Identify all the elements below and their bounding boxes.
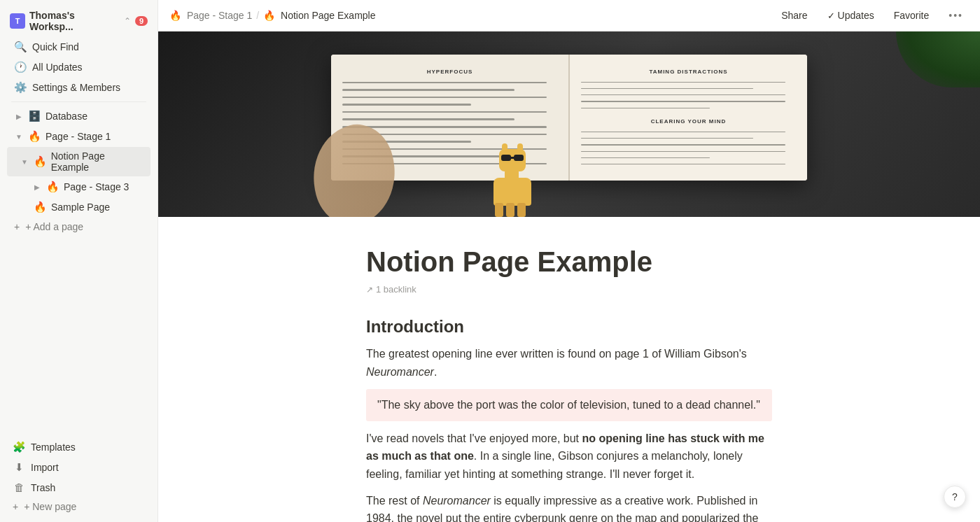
sidebar-item-page-stage-1[interactable]: ▼ 🔥 Page - Stage 1 (7, 127, 150, 146)
breadcrumb-label-2: Notion Page Example (281, 10, 375, 21)
book-text-r8 (581, 144, 785, 145)
page-stage3-emoji: 🔥 (46, 181, 59, 193)
sidebar-item-page-stage-3[interactable]: ▶ 🔥 Page - Stage 3 (7, 177, 150, 197)
sample-page-emoji: 🔥 (34, 201, 47, 213)
main-content: 🔥 Page - Stage 1 / 🔥 Notion Page Example… (158, 0, 980, 522)
new-page-label: + New page (24, 501, 76, 512)
quote-text: "The sky above the port was the color of… (377, 399, 760, 411)
sidebar-item-label: Sample Page (51, 202, 110, 213)
intro-heading: Introduction (366, 317, 772, 337)
sidebar-item-database[interactable]: ▶ 🗄️ Database (7, 106, 150, 126)
sidebar-divider (11, 101, 146, 102)
workspace-row[interactable]: T Thomas's Worksp... ⌃ 9 (4, 6, 153, 36)
llama-mascot (485, 143, 541, 217)
favorite-label: Favorite (894, 10, 930, 21)
cover-book: HYPERFOCUS (331, 55, 807, 181)
cover-background: HYPERFOCUS (158, 31, 980, 217)
sidebar-item-quick-find[interactable]: 🔍 Quick Find (7, 37, 150, 57)
sidebar-item-templates[interactable]: 🧩 Templates (6, 437, 152, 457)
bold-text: no opening line has stuck with me as muc… (366, 432, 764, 463)
intro-paragraph-1: The greatest opening line ever written i… (366, 345, 772, 381)
gear-icon: ⚙️ (14, 81, 27, 94)
breadcrumb: 🔥 Page - Stage 1 / 🔥 Notion Page Example (169, 10, 376, 21)
more-icon: ••• (948, 10, 963, 21)
trash-icon: 🗑 (13, 481, 25, 493)
sidebar-item-label: Page - Stage 1 (46, 131, 111, 142)
sidebar-item-label: All Updates (32, 62, 83, 73)
italic-neuromancer: Neuromancer (366, 366, 434, 378)
book-text-3 (342, 97, 547, 99)
topbar-actions: Share ✓ Updates Favorite ••• (776, 7, 969, 24)
sidebar-item-label: Trash (31, 482, 55, 493)
sidebar-item-import[interactable]: ⬇ Import (6, 458, 152, 477)
add-page-button[interactable]: + + Add a page (7, 218, 150, 236)
chevron-right-icon: ▶ (32, 183, 42, 191)
import-icon: ⬇ (13, 461, 25, 474)
book-text-7 (342, 126, 547, 128)
help-button[interactable]: ? (944, 486, 966, 508)
book-text-2 (342, 89, 514, 91)
sidebar-item-label: Import (31, 462, 59, 473)
check-icon: ✓ (827, 10, 835, 21)
sidebar-item-trash[interactable]: 🗑 Trash (6, 478, 152, 497)
workspace-chevron-icon: ⌃ (124, 16, 131, 26)
book-text-r9 (581, 151, 785, 152)
green-leaves-decoration (896, 31, 980, 87)
book-text-5 (342, 111, 547, 113)
book-text-r2 (581, 88, 753, 89)
updates-label: Updates (838, 10, 874, 21)
sidebar: T Thomas's Worksp... ⌃ 9 🔍 Quick Find 🕐 … (0, 0, 158, 522)
chevron-down-icon: ▼ (14, 133, 24, 141)
add-page-label: + Add a page (25, 221, 83, 232)
book-text-r7 (581, 138, 753, 139)
sidebar-item-label: Database (46, 111, 88, 122)
sidebar-item-settings[interactable]: ⚙️ Settings & Members (7, 78, 150, 97)
book-text-6 (342, 118, 514, 120)
share-button[interactable]: Share (776, 7, 813, 24)
sidebar-item-all-updates[interactable]: 🕐 All Updates (7, 57, 150, 77)
breadcrumb-item-page-stage1[interactable]: 🔥 Page - Stage 1 (169, 10, 252, 21)
plus-icon: + (14, 221, 20, 232)
book-text-r3 (581, 94, 785, 95)
workspace-name: Thomas's Worksp... (29, 10, 120, 32)
workspace-icon: T (10, 13, 25, 29)
book-text-1 (342, 82, 547, 84)
book-text-r1 (581, 82, 785, 83)
search-icon: 🔍 (14, 41, 27, 53)
share-label: Share (781, 10, 807, 21)
italic-neuromancer-2: Neuromancer (423, 495, 491, 507)
updates-button[interactable]: ✓ Updates (822, 7, 880, 24)
breadcrumb-item-current[interactable]: 🔥 Notion Page Example (263, 10, 375, 21)
topbar: 🔥 Page - Stage 1 / 🔥 Notion Page Example… (158, 0, 980, 31)
book-text-4 (342, 104, 471, 106)
intro-paragraph-3: The rest of Neuromancer is equally impre… (366, 492, 772, 522)
new-page-button[interactable]: + + New page (6, 498, 152, 516)
cover-image: HYPERFOCUS (158, 31, 980, 217)
help-icon: ? (952, 491, 958, 502)
backlink-count: 1 backlink (376, 284, 416, 295)
book-right-page: TAMING DISTRACTIONS CLEARING YOUR MIND (570, 55, 807, 181)
notification-badge: 9 (135, 16, 148, 26)
plus-icon: + (13, 501, 18, 512)
database-emoji: 🗄️ (28, 110, 41, 122)
favorite-button[interactable]: Favorite (888, 7, 935, 24)
sidebar-item-label: Settings & Members (32, 82, 120, 93)
templates-icon: 🧩 (13, 441, 25, 453)
book-right-subtitle: CLEARING YOUR MIND (581, 118, 796, 125)
sidebar-item-sample-page[interactable]: ▶ 🔥 Sample Page (7, 197, 150, 217)
sidebar-item-label: Templates (31, 442, 76, 453)
chevron-right-icon: ▶ (14, 113, 24, 120)
intro-paragraph-2: I've read novels that I've enjoyed more,… (366, 430, 772, 484)
backlink-row[interactable]: ↗ 1 backlink (366, 284, 772, 295)
sidebar-bottom: 🧩 Templates ⬇ Import 🗑 Trash + + New pag… (0, 434, 158, 522)
book-left-title: HYPERFOCUS (342, 69, 557, 75)
highlight-quote: "The sky above the port was the color of… (366, 389, 772, 421)
backlink-icon: ↗ (366, 285, 373, 295)
more-button[interactable]: ••• (943, 7, 969, 24)
book-text-r4 (581, 101, 785, 101)
page-content-area[interactable]: HYPERFOCUS (158, 31, 980, 522)
breadcrumb-emoji-1: 🔥 (169, 10, 181, 21)
page-title: Notion Page Example (366, 245, 772, 278)
book-text-r5 (581, 108, 710, 108)
sidebar-item-notion-page-example[interactable]: ▼ 🔥 Notion Page Example (7, 147, 150, 176)
